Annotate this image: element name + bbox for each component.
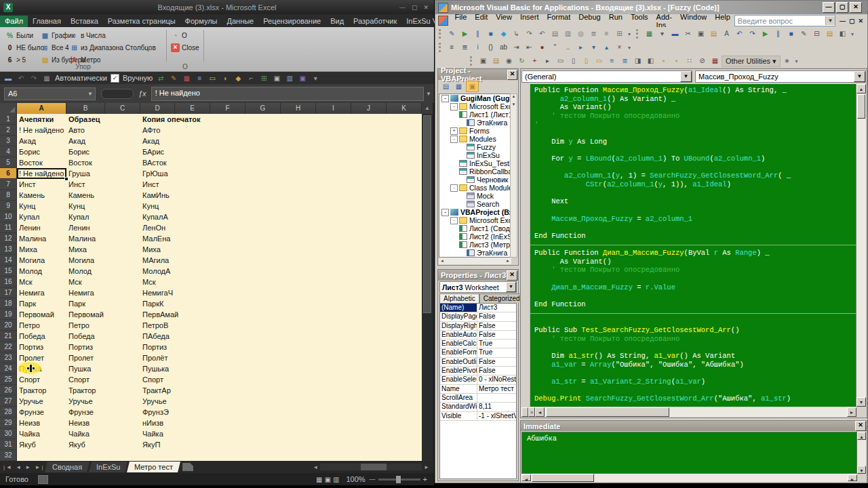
project-explorer-icon[interactable]: ⊟ xyxy=(810,28,823,40)
run-icon[interactable]: ▶ xyxy=(458,28,471,40)
cell-b[interactable]: Могила xyxy=(66,255,105,266)
cell-b[interactable]: Инст xyxy=(66,179,105,190)
cell-d[interactable]: Пушька xyxy=(140,363,175,374)
property-row[interactable]: EnableOutliningFalse xyxy=(440,358,516,367)
reset-icon[interactable]: ■ xyxy=(484,28,497,40)
cell-b[interactable]: Авто xyxy=(66,125,105,136)
cell-d[interactable]: ПетроВ xyxy=(140,320,175,331)
split-handle[interactable]: ≡ xyxy=(528,407,535,417)
cell-c[interactable] xyxy=(105,363,140,374)
row-header[interactable]: 13 xyxy=(0,244,17,255)
cell-d[interactable]: Миха xyxy=(140,244,175,255)
scrollbar-thumb[interactable] xyxy=(361,464,387,470)
cell-d[interactable]: КамИнь xyxy=(140,190,175,201)
cell-filler[interactable] xyxy=(175,114,422,125)
cell-c[interactable] xyxy=(105,255,140,266)
immediate-content[interactable]: Абшибка xyxy=(521,432,857,474)
cell-b[interactable]: Пушка xyxy=(66,363,105,374)
collapse-icon[interactable]: - xyxy=(450,136,458,143)
cell-a[interactable]: Акад xyxy=(17,136,66,146)
property-row[interactable]: EnableFormatConditionsTrue xyxy=(440,348,516,357)
tree-item[interactable]: Лист1 (Сводн xyxy=(439,224,511,232)
break-icon[interactable]: ∥ xyxy=(772,28,785,40)
cell-b[interactable]: Портиз xyxy=(66,342,105,352)
cell-b[interactable]: Камень xyxy=(66,190,105,201)
cell-b[interactable]: Якуб xyxy=(66,439,105,450)
dropdown-icon[interactable]: ▼ xyxy=(854,71,865,82)
align-icon[interactable]: ∷ xyxy=(683,55,696,67)
cell-filler[interactable] xyxy=(175,352,422,363)
tree-item[interactable]: InExSu_TestM xyxy=(439,159,511,167)
find-icon[interactable]: A xyxy=(720,28,733,40)
cell-filler[interactable] xyxy=(175,255,422,266)
cell-filler[interactable] xyxy=(175,233,422,244)
immediate-vertical-scrollbar[interactable]: ▲ ▼ xyxy=(857,432,866,474)
image-icon[interactable]: ▣ xyxy=(298,74,307,83)
toolbar-grip[interactable] xyxy=(636,29,640,39)
cell-a[interactable]: Трактор xyxy=(17,385,66,396)
scroll-down-icon[interactable]: ▼ xyxy=(857,466,866,474)
property-name[interactable]: (Name) xyxy=(440,304,477,312)
cell-a[interactable]: Могила xyxy=(17,255,66,266)
undo-icon[interactable]: ↶ xyxy=(733,28,746,40)
cell-d[interactable]: Чайка xyxy=(140,428,175,439)
property-value[interactable]: 0 - xlNoRestrictions xyxy=(477,375,516,384)
row-header[interactable]: 18 xyxy=(0,298,17,309)
expand-formula-bar-icon[interactable]: ▼ xyxy=(426,91,431,97)
close-icon[interactable]: ✕ xyxy=(423,4,429,11)
view-icon[interactable]: ◨ xyxy=(631,55,644,67)
cell-b[interactable]: Купал xyxy=(66,211,105,222)
toolbox-icon[interactable]: ◧ xyxy=(836,28,849,40)
insert-icon[interactable]: ▸ xyxy=(541,55,554,67)
toolbar-overflow-icon[interactable]: ▾ xyxy=(795,58,798,64)
property-value[interactable]: False xyxy=(477,312,516,321)
cell-filler[interactable] xyxy=(175,450,422,461)
cell-b[interactable]: Кунц xyxy=(66,201,105,211)
cell-c[interactable] xyxy=(105,407,140,418)
cell-b[interactable]: Миха xyxy=(66,244,105,255)
cell-filler[interactable] xyxy=(175,428,422,439)
cell-d[interactable]: ТрактАр xyxy=(140,385,175,396)
collapse-icon[interactable]: - xyxy=(441,209,449,216)
collapse-icon[interactable]: - xyxy=(450,184,458,192)
column-header[interactable]: B xyxy=(66,103,105,114)
column-header[interactable]: C xyxy=(105,103,140,114)
minimize-icon[interactable]: — xyxy=(840,18,846,24)
ribbon-tab[interactable]: Главная xyxy=(28,16,66,27)
tree-item[interactable]: Search xyxy=(439,200,511,208)
row-header[interactable]: 9 xyxy=(0,201,17,211)
tree-item[interactable]: -VBAProject (Вход xyxy=(439,208,511,216)
question-search-box[interactable]: Введите вопрос▼ xyxy=(734,15,835,26)
quick-watch-icon[interactable]: ≣ xyxy=(587,28,600,40)
collapse-icon[interactable]: - xyxy=(441,95,449,102)
ribbon-tab[interactable]: Формулы xyxy=(180,16,222,27)
property-value[interactable]: False xyxy=(477,367,516,375)
tree-horizontal-scrollbar[interactable]: ◄► xyxy=(439,258,511,264)
save-icon[interactable]: ▬ xyxy=(3,74,13,83)
expand-icon[interactable]: + xyxy=(450,127,458,135)
redo-icon[interactable]: ↷ xyxy=(746,28,759,40)
redo-icon[interactable]: ↷ xyxy=(29,74,39,83)
find-icon[interactable]: ◉ xyxy=(502,55,515,67)
property-row[interactable]: EnableCalculationTrue xyxy=(440,340,516,348)
complete-word-icon[interactable]: ab xyxy=(497,41,510,54)
property-value[interactable]: True xyxy=(477,340,516,348)
cell-d[interactable]: МАгила xyxy=(140,255,175,266)
list-icon[interactable]: ≡ xyxy=(195,74,204,83)
ribbon-button[interactable]: 0НЕ было xyxy=(5,43,44,53)
close-icon[interactable]: ✕ xyxy=(855,421,866,431)
locals-window-icon[interactable]: ▤ xyxy=(549,28,561,40)
cell-filler[interactable] xyxy=(175,201,422,211)
columns-icon[interactable]: ▥ xyxy=(285,74,294,83)
step-over-icon[interactable]: ↷ xyxy=(523,28,536,40)
scroll-right-icon[interactable]: ► xyxy=(847,407,856,417)
cell-d[interactable]: ПаркК xyxy=(140,298,175,309)
name-box[interactable]: А6▼ xyxy=(4,87,96,100)
cell-c[interactable] xyxy=(105,211,140,222)
paste-icon[interactable]: ▤ xyxy=(707,28,720,40)
cell-b[interactable]: Малина xyxy=(66,233,105,244)
row-header[interactable]: 8 xyxy=(0,190,17,201)
sheet-nav-icon[interactable]: ◄ xyxy=(16,464,25,470)
property-name[interactable]: ScrollArea xyxy=(440,394,477,402)
property-name[interactable]: EnablePivotTable xyxy=(440,367,477,375)
